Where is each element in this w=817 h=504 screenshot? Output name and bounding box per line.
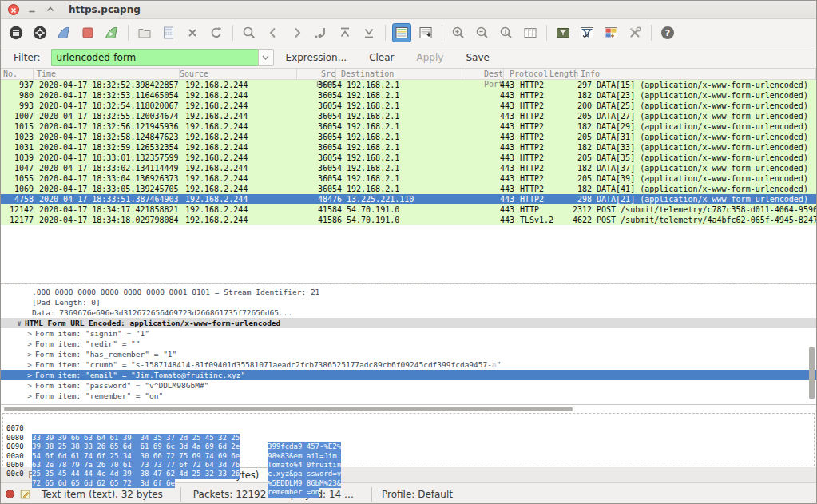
packet-row[interactable]: 12142 2020-04-17 18:34:17.421858821 192.… <box>1 204 816 215</box>
save-button[interactable]: Save <box>466 52 489 63</box>
bytes-horizontal-scrollbar[interactable] <box>4 407 573 411</box>
hex-row[interactable]: 0090 54 6f 6d 61 74 6f 25 34 30 66 72 75… <box>3 434 814 442</box>
packet-row[interactable]: 1039 2020-04-17 18:33:01.132357599 192.1… <box>1 153 816 163</box>
packet-row[interactable]: 993 2020-04-17 18:32:54.118020067 192.16… <box>1 101 816 111</box>
detail-line[interactable]: > Form item: "crumb" = "s-1587148414-81f… <box>1 359 816 370</box>
hex-row[interactable]: 0070 33 39 39 66 63 64 61 39 34 35 37 2d… <box>3 415 814 424</box>
restart-capture-icon[interactable] <box>102 23 121 42</box>
reload-icon[interactable] <box>207 23 226 42</box>
close-file-icon[interactable] <box>183 23 202 42</box>
cell-dest-port: 443 <box>477 80 514 90</box>
packet-row[interactable]: 1007 2020-04-17 18:32:55.120034674 192.1… <box>1 111 816 121</box>
expression-button[interactable]: Expression... <box>286 52 347 63</box>
zoom-in-icon[interactable] <box>449 23 468 42</box>
expander-icon[interactable]: ∨ <box>15 318 23 328</box>
detail-line[interactable]: [Pad Length: 0] <box>1 297 816 308</box>
find-packet-icon[interactable] <box>240 23 259 42</box>
detail-line[interactable]: > Form item: "has_remember" = "1" <box>1 349 816 359</box>
minimize-window-button[interactable] <box>26 4 38 16</box>
cell-time: 2020-04-17 18:32:53.116465054 <box>36 90 185 101</box>
expander-icon[interactable]: > <box>26 339 34 349</box>
packet-row[interactable]: 1047 2020-04-17 18:33:02.134114449 192.1… <box>1 163 816 173</box>
hex-row[interactable]: 00b0 25 35 45 44 44 4c 4d 39 38 47 62 4d… <box>3 452 814 461</box>
profile-text[interactable]: Profile: Default <box>382 489 453 500</box>
detail-line[interactable]: ∨ HTML Form URL Encoded: application/x-w… <box>1 318 816 328</box>
auto-scroll-icon[interactable] <box>416 23 435 42</box>
expander-icon[interactable]: > <box>26 359 34 370</box>
go-forward-icon[interactable] <box>288 23 307 42</box>
capture-options-icon[interactable] <box>30 23 50 42</box>
hex-row[interactable]: 00c0 72 65 6d 65 6d 62 65 72 3d 6f 6e re… <box>3 461 814 470</box>
detail-line[interactable]: > Form item: "password" = "v^DDLM98GbM#" <box>1 380 816 391</box>
capture-filters-icon[interactable] <box>553 23 573 42</box>
display-filters-icon[interactable] <box>577 23 597 42</box>
open-file-icon[interactable] <box>135 23 154 42</box>
cell-source: 192.168.2.244 <box>185 173 303 184</box>
colorize-packets-icon[interactable] <box>392 23 411 42</box>
column-header-length[interactable]: Length <box>549 69 576 79</box>
column-header-source[interactable]: Source <box>180 69 297 79</box>
coloring-rules-icon[interactable] <box>601 23 621 42</box>
hex-ascii[interactable]: %5EDDLM9 8GbM%23& <box>268 479 341 488</box>
column-header-src-port[interactable]: Src Port <box>297 69 336 79</box>
expander-icon[interactable] <box>22 287 30 297</box>
expander-icon[interactable] <box>22 297 30 308</box>
expander-icon[interactable]: > <box>26 328 34 339</box>
apply-button[interactable]: Apply <box>417 52 444 63</box>
clear-button[interactable]: Clear <box>369 52 394 63</box>
packet-row[interactable]: 1055 2020-04-17 18:33:04.136926373 192.1… <box>1 173 816 184</box>
filter-dropdown-button[interactable] <box>258 49 274 66</box>
detail-line[interactable]: .000 0000 0000 0000 0000 0000 0001 0101 … <box>1 287 816 297</box>
detail-line[interactable]: > Form item: "redir" = "" <box>1 339 816 349</box>
expander-icon[interactable]: > <box>26 370 34 380</box>
start-capture-icon[interactable] <box>54 23 73 42</box>
hex-bytes[interactable]: 25 35 45 44 44 4c 4d 39 38 47 62 4d 25 3… <box>32 470 240 478</box>
column-header-no[interactable]: No. <box>1 69 34 79</box>
hex-ascii[interactable]: remember =on <box>268 488 319 497</box>
column-header-destination[interactable]: Destination <box>336 69 466 79</box>
status-separator <box>180 487 181 502</box>
zoom-original-icon[interactable] <box>497 23 516 42</box>
maximize-window-button[interactable] <box>44 4 56 16</box>
packet-row[interactable]: 1069 2020-04-17 18:33:05.139245705 192.1… <box>1 184 816 194</box>
preferences-icon[interactable] <box>625 23 644 42</box>
hex-bytes[interactable]: 72 65 6d 65 6d 62 65 72 3d 6f 6e <box>32 479 175 488</box>
filter-value: urlencoded-form <box>57 52 137 63</box>
packet-row[interactable]: 1031 2020-04-17 18:32:59.126532354 192.1… <box>1 142 816 153</box>
detail-line[interactable]: Data: 7369676e696e3d312672656469723d2668… <box>1 308 816 318</box>
go-to-bottom-icon[interactable] <box>359 23 379 42</box>
expander-icon[interactable] <box>22 308 30 318</box>
zoom-out-icon[interactable] <box>473 23 492 42</box>
detail-line[interactable]: > Form item: "remember" = "on" <box>1 391 816 401</box>
close-window-button[interactable] <box>7 4 19 16</box>
stop-capture-icon[interactable] <box>78 23 97 42</box>
column-header-info[interactable]: Info <box>576 69 816 79</box>
expander-icon[interactable]: > <box>26 349 34 359</box>
detail-vertical-scrollbar[interactable] <box>809 347 815 399</box>
packet-row[interactable]: 937 2020-04-17 18:32:52.398422857 192.16… <box>1 80 816 90</box>
go-to-top-icon[interactable] <box>335 23 355 42</box>
detail-line[interactable]: > Form item: "signin" = "1" <box>1 328 816 339</box>
hex-row[interactable]: 0080 39 38 25 38 33 26 65 6d 61 69 6c 3d… <box>3 424 814 433</box>
packet-row[interactable]: 12177 2020-04-17 18:34:18.029798084 192.… <box>1 215 816 225</box>
packet-row[interactable]: 1023 2020-04-17 18:32:58.124847623 192.1… <box>1 132 816 142</box>
hex-ascii[interactable]: c.xyz&pa ssword=v <box>268 470 341 478</box>
help-icon[interactable]: ? <box>658 23 677 42</box>
column-header-time[interactable]: Time <box>34 69 180 79</box>
packet-row[interactable]: 980 2020-04-17 18:32:53.116465054 192.16… <box>1 90 816 101</box>
resize-columns-icon[interactable] <box>521 23 540 42</box>
expander-icon[interactable]: > <box>26 380 34 391</box>
hex-row[interactable]: 00a0 63 2e 78 79 7a 26 70 61 73 73 77 6f… <box>3 442 814 451</box>
packet-row[interactable]: 4758 2020-04-17 18:33:51.387464903 192.1… <box>1 194 816 204</box>
column-header-protocol[interactable]: Protocol <box>504 69 549 79</box>
expander-icon[interactable]: > <box>26 391 34 401</box>
go-to-packet-icon[interactable] <box>311 23 331 42</box>
list-interfaces-icon[interactable] <box>6 23 26 42</box>
detail-line[interactable]: > Form item: "email" = "Jim.Tomato@fruit… <box>1 370 816 380</box>
column-header-dest-port[interactable]: Dest Port <box>466 69 504 79</box>
filter-input[interactable]: urlencoded-form <box>51 49 258 66</box>
save-file-icon[interactable] <box>159 23 178 42</box>
packet-detail-pane: .000 0000 0000 0000 0000 0000 0001 0101 … <box>1 284 816 405</box>
packet-row[interactable]: 1015 2020-04-17 18:32:56.121945936 192.1… <box>1 121 816 132</box>
go-back-icon[interactable] <box>264 23 283 42</box>
